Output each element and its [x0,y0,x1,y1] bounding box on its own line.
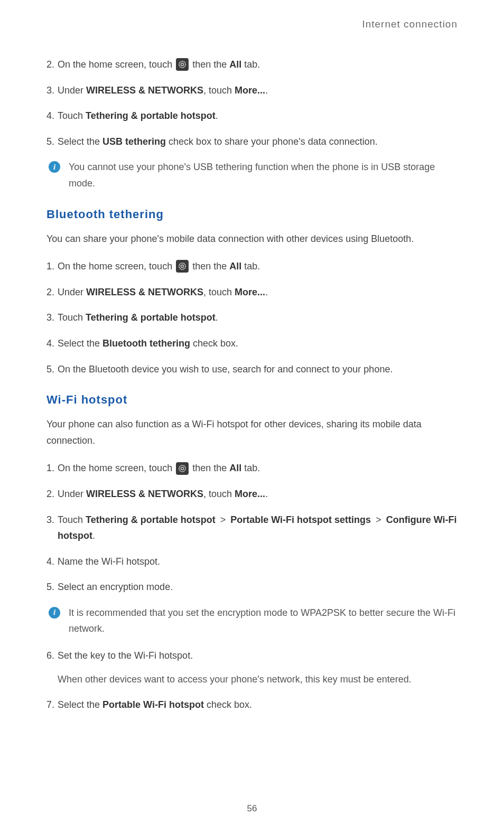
page-number: 56 [0,803,504,814]
step-number: 3. [46,82,54,99]
separator: > [220,514,226,525]
svg-point-2 [179,263,185,269]
text-segment: check box to share your phone's data con… [166,136,378,147]
text-segment: tab. [244,463,260,473]
wifi-step-3: 3. Touch Tethering & portable hotspot > … [46,512,458,544]
step-text: Under WIRELESS & NETWORKS, touch More...… [58,284,458,301]
text-segment: Under [58,489,86,499]
bluetooth-intro: You can share your phone's mobile data c… [46,231,458,247]
step-text: Select the Portable Wi-Fi hotspot check … [58,697,458,713]
step-text: On the home screen, touch then the All t… [58,460,458,476]
text-segment: Touch [58,514,86,525]
step-number: 4. [46,335,54,352]
page-header: Internet connection [46,18,458,30]
text-segment: . [216,312,218,323]
separator: > [376,514,381,525]
text-bold: All [229,463,241,473]
step-number: 5. [46,361,54,378]
text-bold: Tethering & portable hotspot [86,514,216,525]
text-segment: Touch [58,110,86,121]
step-number: 2. [46,486,54,502]
step-number: 3. [46,512,54,544]
text-segment: Touch [58,312,86,323]
text-bold: All [229,261,241,272]
text-segment: Set the key to the Wi-Fi hotspot. [58,650,193,661]
step-text: Under WIRELESS & NETWORKS, touch More...… [58,486,458,502]
text-segment: , touch [203,85,235,96]
text-bold: USB tethering [102,136,166,147]
settings-icon [176,260,189,273]
text-segment: , touch [203,489,235,499]
text-bold: WIRELESS & NETWORKS [86,287,203,297]
step-text: Touch Tethering & portable hotspot. [58,310,458,326]
text-segment: check box. [190,338,238,349]
text-segment: tab. [244,261,260,272]
text-segment: check box. [204,699,252,710]
wifi-step-2: 2. Under WIRELESS & NETWORKS, touch More… [46,486,458,502]
text-segment: . [216,110,218,121]
text-bold: All [229,59,241,70]
text-segment: . [265,287,268,297]
text-segment: Select the [58,136,102,147]
step-text: Select the USB tethering check box to sh… [58,134,458,150]
svg-point-1 [181,63,184,66]
step-text: Set the key to the Wi-Fi hotspot. When o… [58,648,458,687]
wifi-step-5: 5. Select an encryption mode. [46,579,458,595]
settings-icon [176,462,189,475]
step-text: Select the Bluetooth tethering check box… [58,335,458,352]
bt-step-1: 1. On the home screen, touch then the Al… [46,258,458,275]
text-segment: Under [58,85,86,96]
svg-point-0 [179,61,185,68]
step-number: 2. [46,284,54,301]
text-segment: then the [192,59,229,70]
usb-step-5: 5. Select the USB tethering check box to… [46,134,458,150]
text-segment: . [265,85,268,96]
text-bold: Bluetooth tethering [102,338,190,349]
text-segment: Select the [58,699,102,710]
text-bold: Tethering & portable hotspot [86,110,216,121]
step-number: 4. [46,108,54,124]
text-segment: . [265,489,268,499]
text-segment: On the home screen, touch [58,59,175,70]
step-text: Touch Tethering & portable hotspot. [58,108,458,124]
text-segment: On the home screen, touch [58,463,175,473]
text-segment: then the [192,261,229,272]
bt-step-4: 4. Select the Bluetooth tethering check … [46,335,458,352]
bt-step-5: 5. On the Bluetooth device you wish to u… [46,361,458,378]
text-bold: More... [235,489,265,499]
text-bold: More... [235,85,265,96]
text-bold: WIRELESS & NETWORKS [86,85,203,96]
usb-step-3: 3. Under WIRELESS & NETWORKS, touch More… [46,82,458,99]
step-number: 3. [46,310,54,326]
step-number: 1. [46,460,54,476]
info-text: It is recommended that you set the encry… [69,605,458,637]
step-number: 7. [46,697,54,713]
wifi-info-note: i It is recommended that you set the enc… [46,605,458,637]
bt-step-3: 3. Touch Tethering & portable hotspot. [46,310,458,326]
text-bold: Portable Wi-Fi hotspot [102,699,204,710]
step-text: On the home screen, touch then the All t… [58,258,458,275]
step-number: 5. [46,579,54,595]
info-icon: i [49,161,60,173]
text-segment: . [92,530,95,541]
wifi-heading: Wi-Fi hotspot [46,393,458,407]
usb-step-4: 4. Touch Tethering & portable hotspot. [46,108,458,124]
step-number: 2. [46,57,54,73]
text-bold: WIRELESS & NETWORKS [86,489,203,499]
bluetooth-heading: Bluetooth tethering [46,208,458,221]
text-segment: Select the [58,338,102,349]
text-segment: , touch [203,287,235,297]
wifi-step-1: 1. On the home screen, touch then the Al… [46,460,458,476]
step-text: Select an encryption mode. [58,579,458,595]
info-text: You cannot use your phone's USB tetherin… [69,159,458,191]
text-bold: Portable Wi-Fi hotspot settings [230,514,371,525]
text-bold: Tethering & portable hotspot [86,312,216,323]
wifi-step-6: 6. Set the key to the Wi-Fi hotspot. Whe… [46,648,458,687]
usb-info-note: i You cannot use your phone's USB tether… [46,159,458,191]
step-number: 6. [46,648,54,687]
wifi-step-7: 7. Select the Portable Wi-Fi hotspot che… [46,697,458,713]
step-text: Name the Wi-Fi hotspot. [58,554,458,570]
settings-icon [176,58,189,71]
text-segment: On the home screen, touch [58,261,175,272]
step-number: 4. [46,554,54,570]
